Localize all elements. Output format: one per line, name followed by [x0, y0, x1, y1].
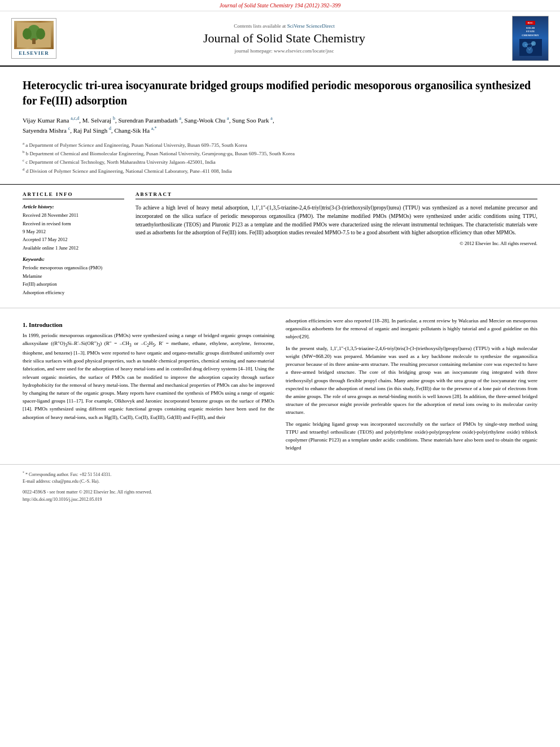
page: Journal of Solid State Chemistry 194 (20… [0, 0, 560, 747]
section1-number: 1. [23, 321, 27, 328]
affiliation-c: c Department of Chemical Technology, Nor… [25, 159, 215, 165]
sciverse-text: Contents lists available at [234, 23, 286, 29]
affiliation-a: a Department of Polymer Science and Engi… [25, 142, 247, 148]
journal-homepage: journal homepage: www.elsevier.com/locat… [62, 48, 506, 54]
journal-cover: RSC SOLIDSTATECHEMISTRY [512, 16, 549, 61]
copyright: © 2012 Elsevier Inc. All rights reserved… [135, 241, 537, 246]
article-title: Heterocyclic tri-urea isocyanurate bridg… [23, 78, 537, 108]
article-info-title: ARTICLE INFO [23, 191, 124, 199]
sciverse-line: Contents lists available at SciVerse Sci… [62, 23, 506, 29]
revised-date: Received in revised form9 May 2012 [23, 220, 124, 236]
email-note: E-mail address: csha@pnu.edu (C.-S. Ha). [23, 478, 537, 486]
abstract-column: ABSTRACT To achieve a high level of heav… [135, 191, 537, 301]
svg-rect-2 [32, 38, 36, 44]
homepage-text: journal homepage: www.elsevier.com/locat… [235, 48, 334, 54]
svg-point-3 [23, 28, 32, 40]
journal-cover-image: RSC SOLIDSTATECHEMISTRY [512, 16, 549, 61]
header-center: Contents lists available at SciVerse Sci… [62, 23, 506, 54]
keywords-label: Keywords: [23, 256, 124, 262]
received-date: Received 28 November 2011 [23, 211, 124, 219]
keyword-3: Fe(III) adsorption [23, 280, 124, 288]
article-info-abstract: ARTICLE INFO Article history: Received 2… [0, 185, 560, 308]
section1-title: Introduction [29, 321, 63, 328]
keyword-1: Periodic mesoporous organosilica (PMO) [23, 264, 124, 272]
journal-title: Journal of Solid State Chemistry [62, 31, 506, 46]
intro-para-3: In the present study, 1,1′,1″-(1,3,5-tri… [286, 344, 537, 417]
footer-bottom: 0022-4596/$ - see front matter © 2012 El… [23, 489, 537, 504]
svg-point-4 [36, 28, 45, 40]
keyword-4: Adsorption efficiency [23, 289, 124, 296]
affiliation-b: b Department of Chemical and Biomolecula… [26, 151, 295, 156]
journal-ref: Journal of Solid State Chemistry 194 (20… [220, 2, 341, 8]
keywords-block: Keywords: Periodic mesoporous organosili… [23, 256, 124, 296]
issn-line: 0022-4596/$ - see front matter © 2012 El… [23, 489, 152, 496]
intro-para-1: In 1999, periodic mesoporous organosilic… [23, 331, 274, 421]
footer-ids: 0022-4596/$ - see front matter © 2012 El… [23, 489, 152, 504]
intro-para-4: The organic bridging ligand group was in… [286, 420, 537, 452]
authors: Vijay Kumar Rana a,c,d, M. Selvaraj b, S… [23, 115, 537, 136]
elsevier-label: ELSEVIER [14, 50, 54, 56]
elsevier-logo: ELSEVIER [11, 18, 56, 59]
section1-heading: 1. Introduction [23, 321, 274, 328]
article-header: Heterocyclic tri-urea isocyanurate bridg… [0, 67, 560, 185]
keyword-2: Melamine [23, 272, 124, 280]
doi-line: http://dx.doi.org/10.1016/j.jssc.2012.05… [23, 496, 152, 504]
history-label: Article history: [23, 204, 124, 209]
history-block: Article history: Received 28 November 20… [23, 204, 124, 252]
article-info-column: ARTICLE INFO Article history: Received 2… [23, 191, 124, 301]
accepted-date: Accepted 17 May 2012 [23, 235, 124, 243]
keywords-list: Periodic mesoporous organosilica (PMO) M… [23, 264, 124, 296]
left-column: 1. Introduction In 1999, periodic mesopo… [23, 317, 274, 456]
journal-top-bar: Journal of Solid State Chemistry 194 (20… [0, 0, 560, 11]
main-content: 1. Introduction In 1999, periodic mesopo… [0, 308, 560, 464]
elsevier-logo-image [14, 21, 54, 49]
cover-badge: RSC [526, 21, 535, 25]
right-column: adsorption efficiencies were also report… [286, 317, 537, 456]
header-section: ELSEVIER Contents lists available at Sci… [0, 11, 560, 67]
corresponding-text: * Corresponding author. Fax: +82 51 514 … [25, 471, 111, 477]
sciverse-link[interactable]: SciVerse ScienceDirect [287, 23, 335, 29]
available-date: Available online 1 June 2012 [23, 244, 124, 252]
corresponding-note: * * Corresponding author. Fax: +82 51 51… [23, 470, 537, 478]
abstract-text: To achieve a high level of heavy metal a… [135, 204, 537, 237]
abstract-title: ABSTRACT [135, 191, 537, 199]
affiliation-d: d Division of Polymer Science and Engine… [26, 168, 232, 174]
intro-para-2: adsorption efficiencies were also report… [286, 317, 537, 341]
cover-text: SOLIDSTATECHEMISTRY [522, 27, 539, 38]
footer-section: * * Corresponding author. Fax: +82 51 51… [0, 464, 560, 509]
affiliations: a a Department of Polymer Science and En… [23, 141, 537, 176]
